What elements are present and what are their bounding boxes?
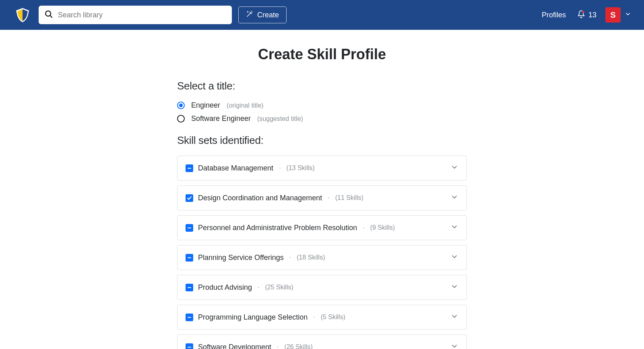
chevron-down-icon[interactable] — [450, 163, 458, 173]
title-options: Engineer(original title)Software Enginee… — [177, 101, 467, 123]
main-content: Create Skill Profile Select a title: Eng… — [177, 30, 467, 349]
title-option-label: Engineer — [191, 101, 220, 110]
skill-set-name: Personnel and Administrative Problem Res… — [198, 224, 357, 232]
top-nav-bar: Create Profiles 13 S — [0, 0, 644, 30]
skill-set-count: (9 Skills) — [370, 224, 395, 231]
create-button-label: Create — [257, 11, 279, 19]
skill-set-list: Database Management·(13 Skills)Design Co… — [177, 156, 467, 349]
separator-dot: · — [289, 254, 291, 261]
checkbox-indeterminate-icon[interactable] — [186, 314, 193, 321]
svg-rect-12 — [188, 287, 191, 288]
separator-dot: · — [313, 314, 315, 321]
skill-set-count: (25 Skills) — [265, 284, 293, 291]
page-title: Create Skill Profile — [177, 46, 467, 63]
search-input[interactable] — [58, 11, 226, 19]
skill-set-count: (18 Skills) — [297, 254, 325, 261]
title-option-note: (original title) — [227, 102, 264, 109]
skill-sets-heading: Skill sets identified: — [177, 134, 467, 147]
radio-icon — [177, 115, 185, 123]
svg-rect-14 — [188, 347, 191, 347]
title-option[interactable]: Software Engineer(suggested title) — [177, 114, 467, 123]
avatar[interactable]: S — [605, 7, 621, 23]
svg-rect-9 — [188, 168, 191, 168]
svg-rect-11 — [188, 257, 191, 258]
svg-rect-13 — [188, 317, 191, 318]
checkbox-indeterminate-icon[interactable] — [186, 224, 193, 232]
profiles-link[interactable]: Profiles — [542, 11, 566, 19]
separator-dot: · — [328, 194, 329, 202]
skill-set-row[interactable]: Design Coordination and Management·(11 S… — [177, 185, 467, 210]
skill-set-row[interactable]: Programming Language Selection·(5 Skills… — [177, 305, 467, 330]
skill-set-name: Planning Service Offerings — [198, 253, 284, 262]
title-option[interactable]: Engineer(original title) — [177, 101, 467, 110]
skill-set-name: Design Coordination and Management — [198, 194, 322, 202]
separator-dot: · — [363, 224, 364, 231]
checkbox-indeterminate-icon[interactable] — [186, 284, 193, 291]
svg-rect-10 — [188, 227, 191, 228]
skill-set-count: (11 Skills) — [335, 194, 363, 202]
svg-line-2 — [247, 13, 251, 17]
chevron-down-icon[interactable] — [450, 342, 458, 349]
select-title-heading: Select a title: — [177, 80, 467, 92]
chevron-down-icon[interactable] — [450, 193, 458, 203]
checkbox-checked-icon[interactable] — [186, 194, 193, 202]
skill-set-row[interactable]: Personnel and Administrative Problem Res… — [177, 215, 467, 240]
title-option-label: Software Engineer — [191, 114, 251, 123]
search-icon — [44, 10, 53, 20]
separator-dot: · — [258, 284, 259, 291]
skill-set-row[interactable]: Product Advising·(25 Skills) — [177, 275, 467, 300]
skill-set-count: (26 Skills) — [285, 343, 313, 349]
search-input-wrapper[interactable] — [39, 6, 232, 24]
skill-set-count: (13 Skills) — [287, 164, 315, 172]
skill-set-row[interactable]: Planning Service Offerings·(18 Skills) — [177, 245, 467, 270]
notifications-count: 13 — [588, 11, 597, 19]
svg-line-1 — [50, 15, 52, 17]
skill-set-row[interactable]: Database Management·(13 Skills) — [177, 156, 467, 181]
skill-set-count: (5 Skills) — [321, 314, 345, 321]
account-menu-chevron-icon[interactable] — [625, 11, 631, 19]
notifications-button[interactable]: 13 — [577, 10, 597, 20]
skill-set-name: Product Advising — [198, 283, 252, 292]
svg-point-8 — [582, 10, 584, 12]
chevron-down-icon[interactable] — [450, 253, 458, 262]
checkbox-indeterminate-icon[interactable] — [186, 254, 193, 262]
brand-logo-icon — [14, 7, 31, 23]
skill-set-name: Programming Language Selection — [198, 313, 308, 322]
chevron-down-icon[interactable] — [450, 223, 458, 233]
title-option-note: (suggested title) — [257, 115, 303, 123]
magic-wand-icon — [246, 10, 253, 20]
bell-icon — [577, 10, 585, 20]
chevron-down-icon[interactable] — [450, 283, 458, 292]
skill-set-row[interactable]: Software Development·(26 Skills) — [177, 334, 467, 349]
separator-dot: · — [279, 164, 281, 172]
checkbox-indeterminate-icon[interactable] — [186, 164, 193, 172]
radio-icon — [177, 102, 185, 109]
separator-dot: · — [277, 343, 279, 349]
checkbox-indeterminate-icon[interactable] — [186, 343, 193, 349]
chevron-down-icon[interactable] — [450, 312, 458, 322]
create-button[interactable]: Create — [238, 6, 287, 23]
skill-set-name: Software Development — [198, 343, 271, 349]
skill-set-name: Database Management — [198, 164, 273, 172]
